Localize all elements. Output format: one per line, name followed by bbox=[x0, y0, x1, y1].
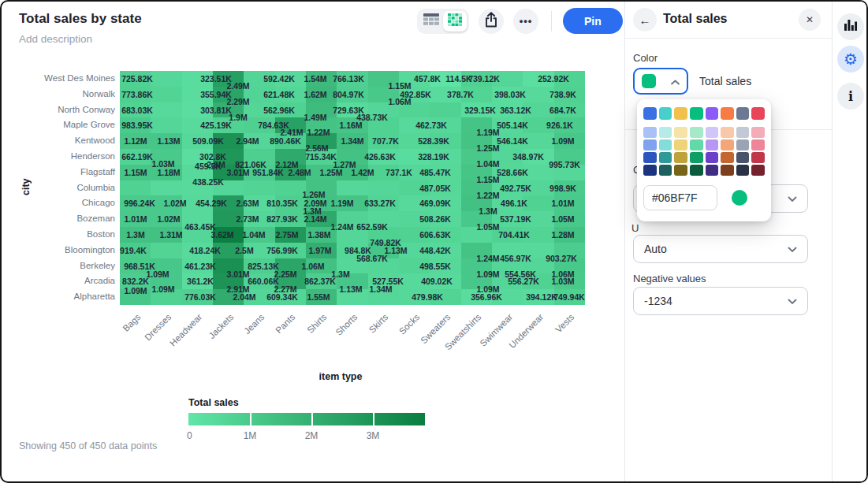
heatmap-value-label: 2.14M bbox=[304, 214, 326, 224]
heatmap-value-label: 1.04M bbox=[242, 230, 265, 240]
y-axis-label: Bloomington bbox=[16, 245, 115, 255]
heatmap-value-label: 810.35K bbox=[266, 199, 298, 208]
palette-swatch[interactable] bbox=[706, 152, 719, 163]
palette-swatch[interactable] bbox=[736, 139, 750, 150]
heatmap-value-label: 592.42K bbox=[263, 74, 295, 84]
color-select-dropdown[interactable] bbox=[633, 68, 688, 95]
palette-swatch[interactable] bbox=[706, 107, 719, 120]
heatmap-cell[interactable] bbox=[151, 117, 182, 133]
palette-swatch[interactable] bbox=[659, 107, 672, 120]
settings-panel: ← Total sales ✕ Color Total sales C U Au… bbox=[624, 2, 832, 483]
color-legend: Total sales 01M2M3M bbox=[188, 397, 425, 443]
heatmap-cell[interactable] bbox=[523, 195, 554, 211]
heatmap-value-label: 2.75M bbox=[275, 230, 298, 240]
heatmap-value-label: 2.94M bbox=[236, 136, 259, 146]
heatmap-cell[interactable] bbox=[430, 102, 461, 118]
app-window: Total sales by state Add description ••• bbox=[0, 0, 868, 483]
palette-swatch[interactable] bbox=[643, 127, 657, 138]
heatmap-value-label: 1.26M bbox=[302, 190, 325, 199]
heatmap-value-label: 776.03K bbox=[184, 292, 216, 302]
palette-swatch[interactable] bbox=[690, 107, 703, 120]
heatmap-cell[interactable] bbox=[151, 180, 182, 196]
heatmap-cell[interactable] bbox=[151, 87, 182, 102]
heatmap-value-label: 738.9K bbox=[549, 90, 576, 99]
heatmap-cell[interactable] bbox=[151, 102, 182, 118]
palette-swatch[interactable] bbox=[736, 107, 750, 120]
palette-swatch[interactable] bbox=[721, 107, 734, 120]
negative-value: -1234 bbox=[644, 295, 672, 307]
heatmap-value-label: 683.03K bbox=[121, 106, 153, 115]
chart-type-tab[interactable] bbox=[837, 13, 864, 40]
palette-swatch[interactable] bbox=[674, 107, 687, 120]
heatmap-value-label: 1.25M bbox=[319, 168, 342, 177]
palette-swatch[interactable] bbox=[690, 165, 703, 176]
y-axis-label: Maple Grove bbox=[16, 120, 115, 129]
heatmap-value-label: 1.42M bbox=[351, 168, 374, 177]
palette-swatch[interactable] bbox=[674, 165, 687, 176]
legend-title: Total sales bbox=[188, 397, 425, 408]
heatmap-value-label: 606.63K bbox=[419, 230, 451, 240]
heatmap-value-label: 1.22M bbox=[307, 128, 330, 137]
palette-swatch[interactable] bbox=[659, 165, 672, 176]
back-button[interactable]: ← bbox=[633, 8, 657, 32]
palette-swatch[interactable] bbox=[706, 127, 719, 138]
heatmap-cell[interactable] bbox=[244, 180, 275, 196]
palette-swatch[interactable] bbox=[690, 127, 703, 138]
palette-swatch[interactable] bbox=[751, 139, 765, 150]
palette-swatch[interactable] bbox=[643, 152, 657, 163]
palette-swatch[interactable] bbox=[721, 127, 734, 138]
palette-swatch[interactable] bbox=[751, 152, 765, 163]
palette-swatch[interactable] bbox=[674, 127, 687, 138]
palette-swatch[interactable] bbox=[643, 139, 657, 150]
palette-swatch[interactable] bbox=[706, 165, 719, 176]
heatmap-value-label: 998.9K bbox=[549, 184, 576, 193]
palette-swatch[interactable] bbox=[736, 152, 750, 163]
heatmap-cell[interactable] bbox=[151, 243, 182, 258]
negative-values-dropdown[interactable]: -1234 bbox=[633, 287, 808, 315]
heatmap-value-label: 2.5M bbox=[235, 246, 253, 255]
x-axis-label: Vests bbox=[509, 312, 576, 380]
palette-swatch[interactable] bbox=[659, 127, 672, 138]
close-panel-button[interactable]: ✕ bbox=[799, 9, 821, 31]
palette-swatch[interactable] bbox=[721, 139, 734, 150]
heatmap-cell[interactable] bbox=[368, 180, 400, 196]
heatmap-cell[interactable] bbox=[120, 180, 151, 196]
heatmap-value-label: 492.85K bbox=[400, 90, 431, 99]
heatmap-cell[interactable] bbox=[337, 180, 368, 196]
heatmap-value-label: 609.34K bbox=[266, 292, 298, 302]
settings-tab[interactable]: ⚙ bbox=[837, 46, 864, 72]
unit-dropdown[interactable]: Auto bbox=[633, 235, 808, 263]
palette-swatch[interactable] bbox=[751, 127, 765, 138]
palette-swatch[interactable] bbox=[751, 165, 765, 176]
info-tab[interactable]: i bbox=[837, 83, 864, 110]
heatmap-value-label: 528.39K bbox=[418, 136, 449, 146]
palette-swatch[interactable] bbox=[736, 127, 750, 138]
heatmap-value-label: 804.97K bbox=[333, 90, 364, 99]
heatmap-value-label: 890.46K bbox=[270, 136, 301, 146]
hex-color-input[interactable] bbox=[643, 185, 717, 210]
heatmap-value-label: 926.1K bbox=[546, 121, 573, 130]
palette-swatch[interactable] bbox=[706, 139, 719, 150]
palette-swatch[interactable] bbox=[721, 152, 734, 163]
y-axis-label: Henderson bbox=[16, 151, 115, 161]
palette-swatch[interactable] bbox=[643, 165, 657, 176]
palette-swatch[interactable] bbox=[690, 139, 703, 150]
palette-swatch[interactable] bbox=[690, 152, 703, 163]
heatmap-value-label: 951.84K bbox=[252, 168, 284, 177]
heatmap-value-label: 3.62M bbox=[210, 230, 233, 240]
palette-swatch[interactable] bbox=[721, 165, 734, 176]
palette-swatch[interactable] bbox=[659, 152, 672, 163]
heatmap-value-label: 361.2K bbox=[187, 277, 214, 286]
palette-swatch[interactable] bbox=[751, 107, 765, 120]
palette-swatch[interactable] bbox=[674, 139, 687, 150]
heatmap-value-label: 773.86K bbox=[121, 90, 153, 99]
heatmap-value-label: 527.55K bbox=[372, 277, 404, 286]
palette-swatch[interactable] bbox=[736, 165, 750, 176]
palette-swatch[interactable] bbox=[643, 107, 657, 120]
heatmap-value-label: 715.34K bbox=[305, 152, 337, 162]
heatmap-value-label: 749.94K bbox=[553, 292, 585, 302]
heatmap-cell[interactable] bbox=[151, 71, 182, 87]
palette-swatch[interactable] bbox=[659, 139, 672, 150]
palette-swatch[interactable] bbox=[674, 152, 687, 163]
legend-tick-line bbox=[250, 413, 251, 425]
